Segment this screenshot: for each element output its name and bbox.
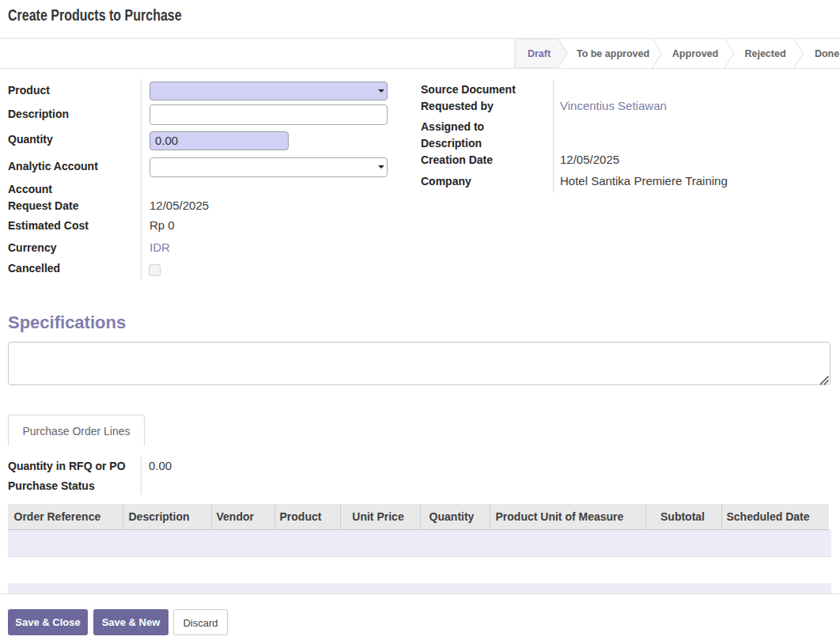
svg-text:Rejected: Rejected bbox=[744, 48, 785, 59]
svg-text:Done: Done bbox=[815, 48, 839, 59]
svg-text:Draft: Draft bbox=[528, 48, 551, 59]
svg-text:To be approved: To be approved bbox=[577, 48, 649, 59]
svg-text:Approved: Approved bbox=[672, 48, 718, 59]
